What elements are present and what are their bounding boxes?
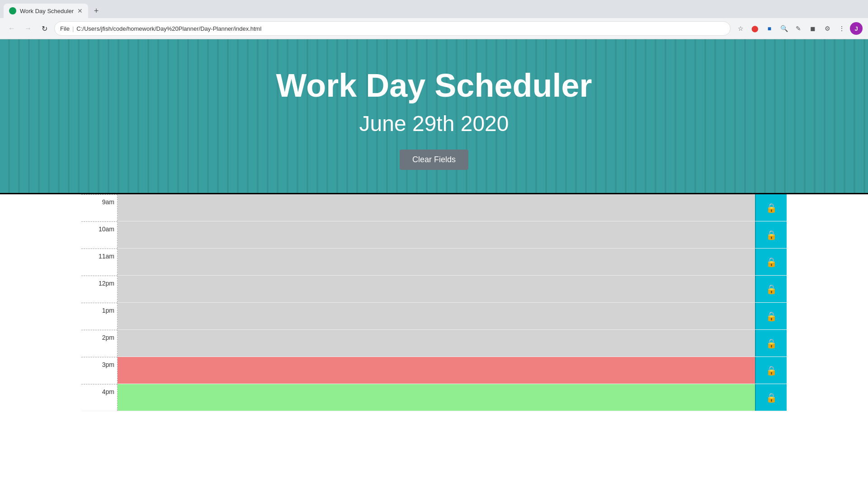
time-input-3pm[interactable]: [118, 357, 755, 384]
address-bar-row: ← → ↻ File | C:/Users/jfish/code/homewor…: [0, 18, 868, 39]
page-header: Work Day Scheduler June 29th 2020 Clear …: [0, 39, 868, 193]
time-label-4pm: 4pm: [81, 384, 118, 411]
lock-icon: [766, 229, 777, 241]
time-input-9am[interactable]: [118, 194, 755, 221]
settings-icon[interactable]: ⚙: [821, 22, 834, 35]
tab-bar: Work Day Scheduler ✕ +: [0, 0, 868, 18]
time-input-10am[interactable]: [118, 221, 755, 248]
time-block-2pm: 2pm: [81, 330, 787, 357]
time-block-10am: 10am: [81, 221, 787, 249]
edit-icon[interactable]: ✎: [792, 22, 805, 35]
time-block-11am: 11am: [81, 249, 787, 276]
nav-back-button[interactable]: ←: [5, 22, 18, 35]
save-button-12pm[interactable]: [755, 276, 787, 302]
tab-close-button[interactable]: ✕: [77, 7, 83, 14]
save-button-11am[interactable]: [755, 249, 787, 275]
page-title: Work Day Scheduler: [276, 67, 592, 104]
lock-icon: [766, 338, 777, 349]
clear-fields-button[interactable]: Clear Fields: [400, 150, 468, 170]
time-input-1pm[interactable]: [118, 303, 755, 329]
time-block-4pm: 4pm: [81, 384, 787, 411]
save-button-10am[interactable]: [755, 221, 787, 248]
tab-new-button[interactable]: +: [90, 5, 103, 17]
lock-icon: [766, 202, 777, 214]
time-label-11am: 11am: [81, 249, 118, 275]
time-input-11am[interactable]: [118, 249, 755, 275]
lock-icon: [766, 392, 777, 404]
toolbar-icons: ☆ ⬤ ■ 🔍 ✎ ◼ ⚙ ⋮ J: [734, 22, 863, 35]
file-protocol-label: File: [60, 25, 70, 32]
lock-icon: [766, 365, 777, 376]
nav-refresh-button[interactable]: ↻: [38, 22, 51, 35]
lock-icon: [766, 256, 777, 268]
extension-icon-blue[interactable]: ■: [763, 22, 776, 35]
cast-icon[interactable]: ◼: [807, 22, 819, 35]
tab-title: Work Day Scheduler: [20, 8, 74, 14]
page-date: June 29th 2020: [359, 111, 509, 136]
search-icon[interactable]: 🔍: [778, 22, 790, 35]
time-input-4pm[interactable]: [118, 384, 755, 411]
time-label-2pm: 2pm: [81, 330, 118, 357]
extension-icon-red[interactable]: ⬤: [749, 22, 761, 35]
save-button-2pm[interactable]: [755, 330, 787, 357]
save-button-1pm[interactable]: [755, 303, 787, 329]
time-block-3pm: 3pm: [81, 357, 787, 384]
time-label-1pm: 1pm: [81, 303, 118, 329]
address-text: C:/Users/jfish/code/homework/Day%20Plann…: [76, 25, 725, 32]
address-bar[interactable]: File | C:/Users/jfish/code/homework/Day%…: [54, 21, 731, 36]
tab-favicon: [9, 7, 16, 14]
time-input-2pm[interactable]: [118, 330, 755, 357]
time-input-12pm[interactable]: [118, 276, 755, 302]
time-block-9am: 9am: [81, 194, 787, 221]
save-button-4pm[interactable]: [755, 384, 787, 411]
tab-item[interactable]: Work Day Scheduler ✕: [4, 4, 88, 18]
time-block-1pm: 1pm: [81, 303, 787, 330]
nav-forward-button[interactable]: →: [22, 22, 34, 35]
time-label-10am: 10am: [81, 221, 118, 248]
profile-avatar[interactable]: J: [850, 22, 863, 35]
time-label-9am: 9am: [81, 194, 118, 221]
lock-icon: [766, 310, 777, 322]
star-icon[interactable]: ☆: [734, 22, 747, 35]
scheduler: 9am10am11am12pm1pm2pm3pm4pm: [0, 193, 868, 411]
save-button-9am[interactable]: [755, 194, 787, 221]
time-block-12pm: 12pm: [81, 276, 787, 303]
time-label-12pm: 12pm: [81, 276, 118, 302]
lock-icon: [766, 283, 777, 295]
menu-icon[interactable]: ⋮: [835, 22, 848, 35]
save-button-3pm[interactable]: [755, 357, 787, 384]
time-label-3pm: 3pm: [81, 357, 118, 384]
browser-chrome: Work Day Scheduler ✕ + ← → ↻ File | C:/U…: [0, 0, 868, 39]
